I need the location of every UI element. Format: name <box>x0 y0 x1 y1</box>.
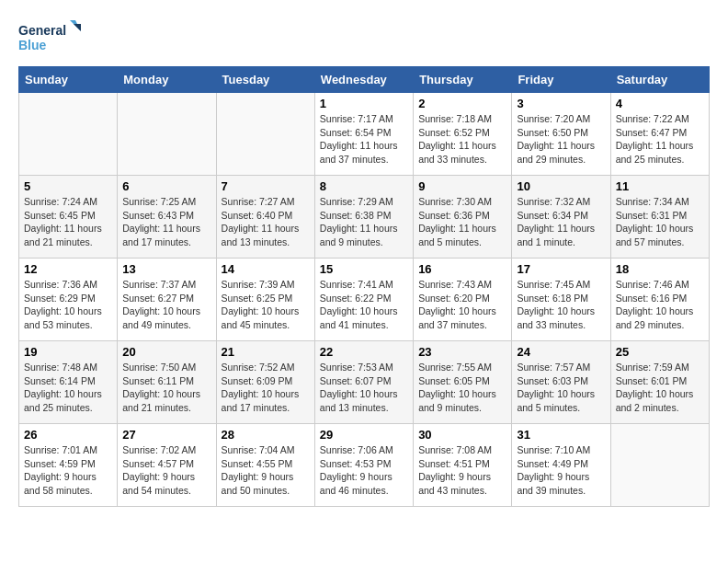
calendar-cell: 16Sunrise: 7:43 AMSunset: 6:20 PMDayligh… <box>414 259 512 341</box>
calendar-cell: 8Sunrise: 7:29 AMSunset: 6:38 PMDaylight… <box>314 176 413 259</box>
day-info: Sunrise: 7:39 AMSunset: 6:25 PMDaylight:… <box>222 278 310 332</box>
week-row-1: 1Sunrise: 7:17 AMSunset: 6:54 PMDaylight… <box>19 93 710 176</box>
calendar-cell: 26Sunrise: 7:01 AMSunset: 4:59 PMDayligh… <box>19 424 118 507</box>
day-number: 31 <box>517 428 605 442</box>
weekday-header-row: SundayMondayTuesdayWednesdayThursdayFrid… <box>19 67 710 93</box>
calendar-cell: 22Sunrise: 7:53 AMSunset: 6:07 PMDayligh… <box>314 341 413 424</box>
day-info: Sunrise: 7:17 AMSunset: 6:54 PMDaylight:… <box>320 112 408 167</box>
day-number: 14 <box>222 262 310 276</box>
day-info: Sunrise: 7:55 AMSunset: 6:05 PMDaylight:… <box>418 361 506 415</box>
day-info: Sunrise: 7:06 AMSunset: 4:53 PMDaylight:… <box>320 443 408 498</box>
calendar-cell: 7Sunrise: 7:27 AMSunset: 6:40 PMDaylight… <box>216 176 314 259</box>
calendar-cell: 3Sunrise: 7:20 AMSunset: 6:50 PMDaylight… <box>512 93 610 176</box>
day-info: Sunrise: 7:29 AMSunset: 6:38 PMDaylight:… <box>320 195 408 249</box>
calendar-cell: 24Sunrise: 7:57 AMSunset: 6:03 PMDayligh… <box>512 341 610 424</box>
day-info: Sunrise: 7:08 AMSunset: 4:51 PMDaylight:… <box>418 443 506 498</box>
day-info: Sunrise: 7:22 AMSunset: 6:47 PMDaylight:… <box>616 112 704 167</box>
calendar-cell <box>610 424 709 507</box>
day-number: 19 <box>24 345 112 359</box>
day-info: Sunrise: 7:32 AMSunset: 6:34 PMDaylight:… <box>517 195 605 249</box>
day-number: 8 <box>320 179 408 193</box>
calendar-cell: 14Sunrise: 7:39 AMSunset: 6:25 PMDayligh… <box>216 259 314 341</box>
calendar-cell: 19Sunrise: 7:48 AMSunset: 6:14 PMDayligh… <box>19 341 118 424</box>
day-info: Sunrise: 7:24 AMSunset: 6:45 PMDaylight:… <box>24 195 112 249</box>
svg-text:General: General <box>18 23 66 38</box>
day-number: 18 <box>616 262 704 276</box>
weekday-header-friday: Friday <box>512 67 610 93</box>
day-number: 5 <box>24 179 112 193</box>
calendar-cell: 23Sunrise: 7:55 AMSunset: 6:05 PMDayligh… <box>414 341 512 424</box>
day-number: 28 <box>222 428 310 442</box>
day-info: Sunrise: 7:46 AMSunset: 6:16 PMDaylight:… <box>616 278 704 332</box>
calendar-cell: 9Sunrise: 7:30 AMSunset: 6:36 PMDaylight… <box>414 176 512 259</box>
day-info: Sunrise: 7:34 AMSunset: 6:31 PMDaylight:… <box>616 195 704 249</box>
week-row-3: 12Sunrise: 7:36 AMSunset: 6:29 PMDayligh… <box>19 259 710 341</box>
day-info: Sunrise: 7:50 AMSunset: 6:11 PMDaylight:… <box>122 361 210 415</box>
day-number: 23 <box>418 345 506 359</box>
svg-marker-3 <box>74 24 81 31</box>
calendar-cell: 21Sunrise: 7:52 AMSunset: 6:09 PMDayligh… <box>216 341 314 424</box>
weekday-header-sunday: Sunday <box>19 67 118 93</box>
calendar-cell: 31Sunrise: 7:10 AMSunset: 4:49 PMDayligh… <box>512 424 610 507</box>
calendar-cell: 27Sunrise: 7:02 AMSunset: 4:57 PMDayligh… <box>118 424 216 507</box>
logo: General Blue <box>18 18 83 57</box>
day-info: Sunrise: 7:01 AMSunset: 4:59 PMDaylight:… <box>24 443 112 498</box>
calendar-cell: 6Sunrise: 7:25 AMSunset: 6:43 PMDaylight… <box>118 176 216 259</box>
calendar-cell: 25Sunrise: 7:59 AMSunset: 6:01 PMDayligh… <box>610 341 709 424</box>
day-info: Sunrise: 7:59 AMSunset: 6:01 PMDaylight:… <box>616 361 704 415</box>
day-info: Sunrise: 7:30 AMSunset: 6:36 PMDaylight:… <box>418 195 506 249</box>
day-info: Sunrise: 7:48 AMSunset: 6:14 PMDaylight:… <box>24 361 112 415</box>
day-number: 2 <box>418 97 506 110</box>
calendar-cell <box>216 93 314 176</box>
calendar-cell: 15Sunrise: 7:41 AMSunset: 6:22 PMDayligh… <box>314 259 413 341</box>
logo-svg: General Blue <box>18 18 83 57</box>
calendar-cell: 10Sunrise: 7:32 AMSunset: 6:34 PMDayligh… <box>512 176 610 259</box>
calendar-cell <box>118 93 216 176</box>
day-number: 25 <box>616 345 704 359</box>
calendar-cell: 4Sunrise: 7:22 AMSunset: 6:47 PMDaylight… <box>610 93 709 176</box>
day-number: 4 <box>616 97 704 110</box>
calendar-cell: 29Sunrise: 7:06 AMSunset: 4:53 PMDayligh… <box>314 424 413 507</box>
calendar-cell: 12Sunrise: 7:36 AMSunset: 6:29 PMDayligh… <box>19 259 118 341</box>
day-info: Sunrise: 7:27 AMSunset: 6:40 PMDaylight:… <box>222 195 310 249</box>
day-number: 30 <box>418 428 506 442</box>
week-row-5: 26Sunrise: 7:01 AMSunset: 4:59 PMDayligh… <box>19 424 710 507</box>
calendar-cell: 11Sunrise: 7:34 AMSunset: 6:31 PMDayligh… <box>610 176 709 259</box>
day-number: 1 <box>320 97 408 110</box>
calendar-cell: 28Sunrise: 7:04 AMSunset: 4:55 PMDayligh… <box>216 424 314 507</box>
week-row-4: 19Sunrise: 7:48 AMSunset: 6:14 PMDayligh… <box>19 341 710 424</box>
day-number: 17 <box>517 262 605 276</box>
day-number: 21 <box>222 345 310 359</box>
day-info: Sunrise: 7:25 AMSunset: 6:43 PMDaylight:… <box>122 195 210 249</box>
day-number: 16 <box>418 262 506 276</box>
day-info: Sunrise: 7:18 AMSunset: 6:52 PMDaylight:… <box>418 112 506 167</box>
calendar-cell: 30Sunrise: 7:08 AMSunset: 4:51 PMDayligh… <box>414 424 512 507</box>
calendar-cell: 17Sunrise: 7:45 AMSunset: 6:18 PMDayligh… <box>512 259 610 341</box>
calendar-cell: 2Sunrise: 7:18 AMSunset: 6:52 PMDaylight… <box>414 93 512 176</box>
day-number: 24 <box>517 345 605 359</box>
day-number: 27 <box>122 428 210 442</box>
day-number: 11 <box>616 179 704 193</box>
day-info: Sunrise: 7:41 AMSunset: 6:22 PMDaylight:… <box>320 278 408 332</box>
weekday-header-thursday: Thursday <box>414 67 512 93</box>
day-number: 22 <box>320 345 408 359</box>
day-info: Sunrise: 7:57 AMSunset: 6:03 PMDaylight:… <box>517 361 605 415</box>
day-info: Sunrise: 7:02 AMSunset: 4:57 PMDaylight:… <box>122 443 210 498</box>
day-number: 12 <box>24 262 112 276</box>
day-number: 13 <box>122 262 210 276</box>
day-number: 29 <box>320 428 408 442</box>
header: General Blue <box>18 18 710 57</box>
day-info: Sunrise: 7:45 AMSunset: 6:18 PMDaylight:… <box>517 278 605 332</box>
day-number: 3 <box>517 97 605 110</box>
calendar-cell: 1Sunrise: 7:17 AMSunset: 6:54 PMDaylight… <box>314 93 413 176</box>
day-number: 10 <box>517 179 605 193</box>
weekday-header-monday: Monday <box>118 67 216 93</box>
day-info: Sunrise: 7:10 AMSunset: 4:49 PMDaylight:… <box>517 443 605 498</box>
calendar-cell: 20Sunrise: 7:50 AMSunset: 6:11 PMDayligh… <box>118 341 216 424</box>
weekday-header-tuesday: Tuesday <box>216 67 314 93</box>
day-info: Sunrise: 7:37 AMSunset: 6:27 PMDaylight:… <box>122 278 210 332</box>
week-row-2: 5Sunrise: 7:24 AMSunset: 6:45 PMDaylight… <box>19 176 710 259</box>
calendar-cell: 5Sunrise: 7:24 AMSunset: 6:45 PMDaylight… <box>19 176 118 259</box>
day-info: Sunrise: 7:43 AMSunset: 6:20 PMDaylight:… <box>418 278 506 332</box>
calendar-cell: 18Sunrise: 7:46 AMSunset: 6:16 PMDayligh… <box>610 259 709 341</box>
